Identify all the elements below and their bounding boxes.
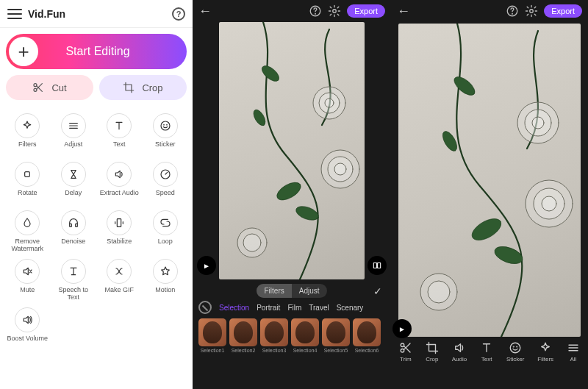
tool-denoise[interactable]: Denoise <box>51 210 97 257</box>
tool-motion[interactable]: Motion <box>143 259 189 306</box>
tab-filters[interactable]: Filters <box>257 284 291 298</box>
svg-point-22 <box>334 163 346 175</box>
svg-point-13 <box>259 63 282 85</box>
bottom-tool-filters[interactable]: Filters <box>537 341 553 363</box>
bottom-tool-crop[interactable]: Crop <box>426 341 439 363</box>
tool-extract-audio[interactable]: Extract Audio <box>96 162 143 209</box>
text-icon <box>113 120 125 132</box>
tool-remove-watermark[interactable]: Remove Watermark <box>4 210 51 257</box>
tool-loop[interactable]: Loop <box>143 210 189 257</box>
plus-icon: + <box>9 37 38 66</box>
svg-rect-7 <box>69 224 71 226</box>
category-portrait[interactable]: Portrait <box>257 304 280 312</box>
svg-point-46 <box>517 346 517 347</box>
app-title: Vid.Fun <box>28 8 172 20</box>
settings-icon[interactable] <box>525 4 538 18</box>
floral-art <box>398 24 581 337</box>
text-icon <box>480 341 493 354</box>
loop-icon <box>159 217 171 229</box>
svg-rect-26 <box>378 263 381 268</box>
compare-button[interactable] <box>368 256 387 275</box>
filter-thumb[interactable]: Selection3 <box>260 318 288 353</box>
play-button[interactable]: ► <box>392 319 412 338</box>
filter-thumb[interactable]: Selection2 <box>229 318 257 353</box>
sparkle-icon <box>539 341 552 354</box>
tool-filters[interactable]: Filters <box>4 113 51 160</box>
help-icon[interactable] <box>506 4 519 18</box>
bottom-tool-all[interactable]: All <box>567 341 580 363</box>
smile-icon <box>509 341 522 354</box>
bottom-tool-audio[interactable]: Audio <box>452 341 467 363</box>
menu-icon[interactable] <box>7 9 22 19</box>
video-preview[interactable] <box>398 24 581 337</box>
bottom-tool-sticker[interactable]: Sticker <box>506 341 524 363</box>
filter-thumbnails: Selection1 Selection2 Selection3 Selecti… <box>193 317 391 357</box>
editor-header: ← Export <box>193 0 391 22</box>
category-selection[interactable]: Selection <box>219 304 249 312</box>
svg-point-41 <box>428 281 450 303</box>
confirm-icon[interactable]: ✓ <box>373 285 382 297</box>
tool-text[interactable]: Text <box>96 113 143 160</box>
svg-point-29 <box>530 10 534 13</box>
bottom-tool-text[interactable]: Text <box>480 341 493 363</box>
menu-icon <box>567 341 580 354</box>
svg-rect-25 <box>373 263 376 268</box>
editor-header: ← Export <box>391 0 588 22</box>
bottom-tool-trim[interactable]: Trim <box>399 341 412 363</box>
svg-point-44 <box>510 343 520 353</box>
scissors-icon <box>32 82 44 93</box>
filter-thumb[interactable]: Selection6 <box>353 318 381 353</box>
cut-button[interactable]: Cut <box>6 75 93 100</box>
speech-icon <box>68 265 79 277</box>
tool-sticker[interactable]: Sticker <box>143 113 189 160</box>
tool-mute[interactable]: Mute <box>4 259 51 306</box>
category-travel[interactable]: Travel <box>309 304 329 312</box>
svg-point-36 <box>532 117 544 129</box>
tool-rotate[interactable]: Rotate <box>4 162 51 209</box>
svg-point-2 <box>161 121 170 130</box>
tool-stabilize[interactable]: Stabilize <box>96 210 143 257</box>
category-scenary[interactable]: Scenary <box>337 304 364 312</box>
sliders-icon <box>68 120 79 132</box>
tab-adjust[interactable]: Adjust <box>292 284 327 298</box>
svg-point-4 <box>166 124 167 125</box>
no-filter-icon[interactable] <box>198 301 212 314</box>
star-icon <box>159 265 171 277</box>
start-editing-button[interactable]: + Start Editing <box>6 34 187 69</box>
play-button[interactable]: ► <box>197 256 216 275</box>
editor-filters-panel: ← Export ► Filters <box>193 0 391 389</box>
hourglass-icon <box>68 168 79 180</box>
export-button[interactable]: Export <box>544 4 582 18</box>
crop-icon <box>426 341 439 354</box>
crop-button[interactable]: Crop <box>99 75 187 100</box>
filter-thumb[interactable]: Selection5 <box>322 318 350 353</box>
video-preview[interactable] <box>219 22 365 279</box>
svg-point-12 <box>333 10 337 13</box>
help-icon[interactable] <box>309 4 322 18</box>
smile-icon <box>159 120 171 132</box>
tool-make-gif[interactable]: Make GIF <box>96 259 143 306</box>
help-icon[interactable]: ? <box>172 7 185 21</box>
svg-point-30 <box>451 74 478 99</box>
filter-thumb[interactable]: Selection4 <box>291 318 319 353</box>
svg-point-39 <box>542 196 556 211</box>
tool-speech-to-text[interactable]: Speech to Text <box>51 259 97 306</box>
tool-adjust[interactable]: Adjust <box>51 113 97 160</box>
filter-thumb[interactable]: Selection1 <box>198 318 226 353</box>
mute-icon <box>21 265 33 277</box>
back-icon[interactable]: ← <box>397 4 410 19</box>
tool-delay[interactable]: Delay <box>51 162 97 209</box>
crop-icon <box>123 82 135 93</box>
editor-main-panel: ← Export ► Trim Crop Audio Text Sticker <box>391 0 588 389</box>
bottom-toolbar: Trim Crop Audio Text Sticker Filters All <box>391 337 588 367</box>
filter-mode-tabs: Filters Adjust ✓ <box>193 284 391 298</box>
svg-point-19 <box>325 99 334 107</box>
tool-speed[interactable]: Speed <box>143 162 189 209</box>
sparkle-icon <box>21 120 33 132</box>
category-film[interactable]: Film <box>287 304 301 312</box>
export-button[interactable]: Export <box>347 4 385 18</box>
preview-area: ► <box>193 22 391 279</box>
back-icon[interactable]: ← <box>198 4 212 19</box>
settings-icon[interactable] <box>328 4 341 18</box>
tool-boost-volume[interactable]: Boost Volume <box>4 307 51 354</box>
